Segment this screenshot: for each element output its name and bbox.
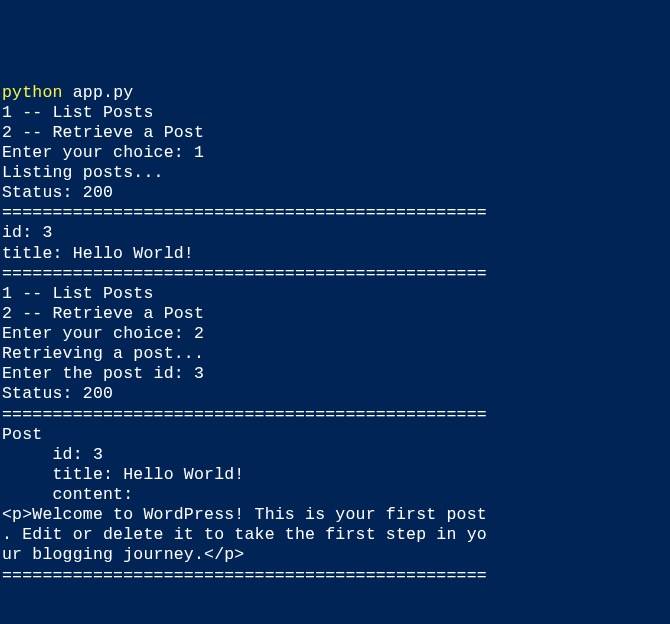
command-argument: app.py: [63, 83, 134, 102]
command-executable: python: [2, 83, 63, 102]
post-detail-id: id: 3: [2, 445, 670, 465]
divider-line: ========================================…: [2, 203, 670, 223]
http-status: Status: 200: [2, 384, 670, 404]
menu-option-1: 1 -- List Posts: [2, 103, 670, 123]
divider-line: ========================================…: [2, 264, 670, 284]
choice-prompt: Enter your choice: 1: [2, 143, 670, 163]
divider-line: ========================================…: [2, 566, 670, 586]
post-id-prompt: Enter the post id: 3: [2, 364, 670, 384]
choice-prompt: Enter your choice: 2: [2, 324, 670, 344]
post-content-line: <p>Welcome to WordPress! This is your fi…: [2, 505, 670, 525]
listing-status: Listing posts...: [2, 163, 670, 183]
post-content-line: . Edit or delete it to take the first st…: [2, 525, 670, 545]
menu-option-2: 2 -- Retrieve a Post: [2, 304, 670, 324]
divider-line: ========================================…: [2, 405, 670, 425]
http-status: Status: 200: [2, 183, 670, 203]
menu-option-2: 2 -- Retrieve a Post: [2, 123, 670, 143]
retrieving-status: Retrieving a post...: [2, 344, 670, 364]
post-detail-content-label: content:: [2, 485, 670, 505]
post-content-line: ur blogging journey.</p>: [2, 545, 670, 565]
command-line: python app.py: [2, 83, 670, 103]
menu-option-1: 1 -- List Posts: [2, 284, 670, 304]
post-detail-title: title: Hello World!: [2, 465, 670, 485]
post-title: title: Hello World!: [2, 244, 670, 264]
post-header: Post: [2, 425, 670, 445]
post-id: id: 3: [2, 223, 670, 243]
